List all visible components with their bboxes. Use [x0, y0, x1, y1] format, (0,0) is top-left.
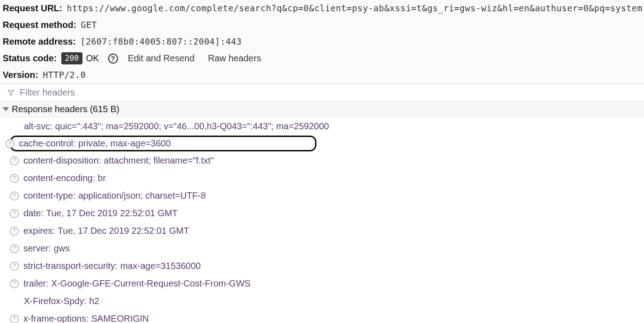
filter-icon: [7, 89, 14, 96]
header-row: X-Firefox-Spdy:h2: [0, 292, 644, 310]
request-method-label: Request method:: [3, 18, 76, 32]
remote-address-row: Remote address: [2607:f8b0:4005:807::200…: [0, 33, 644, 50]
help-icon[interactable]: ?: [10, 244, 19, 253]
header-row: ?expires:Tue, 17 Dec 2019 22:52:01 GMT: [0, 222, 644, 240]
request-method-value: GET: [81, 19, 97, 32]
header-value: X-Google-GFE-Current-Request-Cost-From-G…: [51, 277, 251, 291]
request-url-value: https://www.google.com/complete/search?q…: [67, 2, 644, 15]
header-value: Tue, 17 Dec 2019 22:52:01 GMT: [46, 206, 178, 220]
help-icon[interactable]: ?: [10, 314, 19, 323]
help-icon[interactable]: ?: [10, 227, 19, 236]
header-row: ?server:gws: [0, 240, 644, 257]
header-row: ?content-encoding:br: [0, 169, 644, 187]
header-name: strict-transport-security:: [23, 259, 118, 273]
header-name: server:: [23, 241, 51, 255]
header-row: ?date:Tue, 17 Dec 2019 22:52:01 GMT: [0, 205, 644, 222]
status-code-badge: 200: [61, 52, 82, 64]
header-row: ?content-disposition:attachment; filenam…: [0, 152, 644, 169]
request-summary-panel: Request URL: https://www.google.com/comp…: [0, 0, 644, 84]
status-code-label: Status code:: [3, 52, 57, 65]
header-row: ?strict-transport-security:max-age=31536…: [0, 257, 644, 275]
header-name: date:: [23, 206, 43, 220]
help-icon[interactable]: ?: [10, 174, 19, 183]
header-row: alt-svc:quic=":443"; ma=2592000; v="46..…: [0, 118, 644, 135]
header-value: gws: [54, 241, 70, 255]
response-headers-list: alt-svc:quic=":443"; ma=2592000; v="46..…: [0, 118, 644, 323]
status-text: OK: [86, 52, 99, 65]
header-name: X-Firefox-Spdy:: [24, 294, 87, 308]
help-icon[interactable]: ?: [10, 262, 19, 271]
header-value: SAMEORIGIN: [91, 312, 149, 323]
request-url-row: Request URL: https://www.google.com/comp…: [0, 0, 644, 17]
response-headers-section-toggle[interactable]: Response headers (615 B): [0, 101, 644, 118]
chevron-down-icon: [3, 107, 9, 111]
version-label: Version:: [3, 68, 38, 82]
header-name: trailer:: [23, 277, 49, 291]
header-row: ?content-type:application/json; charset=…: [0, 187, 644, 205]
help-icon[interactable]: ?: [10, 279, 19, 288]
remote-address-value: [2607:f8b0:4005:807::2004]:443: [80, 36, 242, 48]
version-value: HTTP/2.0: [43, 69, 86, 82]
header-row: ?x-frame-options:SAMEORIGIN: [0, 310, 644, 323]
header-row: ?trailer:X-Google-GFE-Current-Request-Co…: [0, 275, 644, 292]
filter-headers-input[interactable]: [19, 87, 199, 98]
header-row-highlighted: ?cache-control:private, max-age=3600: [10, 136, 316, 151]
version-row: Version: HTTP/2.0: [0, 67, 644, 83]
request-url-label: Request URL:: [3, 2, 62, 15]
response-headers-title: Response headers (615 B): [12, 104, 119, 114]
header-name: cache-control:: [19, 138, 76, 149]
edit-and-resend-button[interactable]: Edit and Resend: [128, 52, 195, 65]
status-code-row: Status code: 200 OK ? Edit and Resend Ra…: [0, 50, 644, 67]
header-name: expires:: [23, 224, 55, 238]
header-value: private, max-age=3600: [78, 138, 171, 149]
help-icon[interactable]: ?: [10, 156, 19, 165]
header-name: x-frame-options:: [23, 312, 89, 323]
help-icon[interactable]: ?: [10, 209, 19, 218]
header-value: max-age=31536000: [120, 259, 201, 273]
help-icon[interactable]: ?: [10, 191, 19, 200]
header-value: br: [98, 171, 106, 185]
header-value: application/json; charset=UTF-8: [78, 189, 206, 203]
help-icon[interactable]: ?: [108, 54, 118, 64]
filter-headers-bar[interactable]: [0, 84, 644, 101]
request-method-row: Request method: GET: [0, 17, 644, 33]
header-name: content-disposition:: [23, 154, 101, 168]
header-value: h2: [89, 294, 99, 308]
header-value: Tue, 17 Dec 2019 22:52:01 GMT: [58, 224, 189, 238]
header-value: attachment; filename="f.txt": [104, 154, 214, 168]
help-icon[interactable]: ?: [5, 139, 14, 148]
header-name: content-type:: [23, 189, 76, 203]
header-name: content-encoding:: [23, 171, 95, 185]
remote-address-label: Remote address:: [3, 35, 76, 48]
raw-headers-button[interactable]: Raw headers: [208, 52, 261, 65]
header-name: alt-svc:: [24, 119, 52, 133]
header-value: quic=":443"; ma=2592000; v="46...00,h3-Q…: [55, 119, 329, 133]
